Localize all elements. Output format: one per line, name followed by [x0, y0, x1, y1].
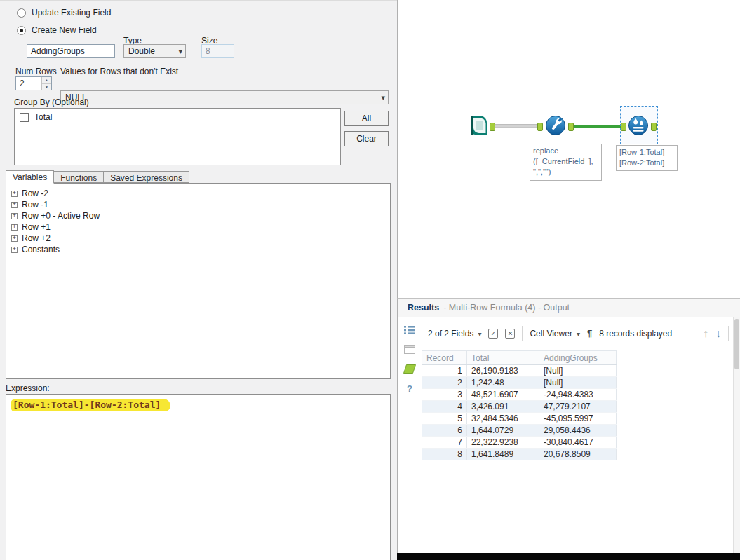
- cell-record: 6: [422, 425, 467, 437]
- tree-item-constants[interactable]: Constants: [11, 244, 385, 255]
- field-name-input[interactable]: AddingGroups: [27, 44, 115, 58]
- table-row[interactable]: 8 1,641.8489 20,678.8509: [422, 449, 617, 460]
- bottom-strip: [397, 553, 740, 560]
- annotation-line: replace: [533, 146, 598, 156]
- table-row[interactable]: 7 22,322.9238 -30,840.4617: [422, 437, 617, 449]
- scroll-bottom-icon[interactable]: [715, 327, 721, 340]
- variables-tree: Row -2 Row -1 Row +0 - Active Row Row +1…: [6, 183, 391, 379]
- tree-item-label: Row -2: [22, 189, 48, 198]
- input-anchor[interactable]: [537, 123, 543, 131]
- fields-dropdown[interactable]: 2 of 2 Fields: [428, 329, 481, 339]
- results-main: 2 of 2 Fields Cell Viewer 8 records disp…: [422, 317, 733, 553]
- clear-button[interactable]: Clear: [344, 131, 389, 146]
- num-rows-spinner[interactable]: 2: [15, 76, 52, 90]
- tab-variables-label: Variables: [13, 172, 47, 182]
- column-header-record[interactable]: Record: [422, 351, 467, 365]
- results-sidebar: [398, 317, 422, 553]
- cell-record: 1: [422, 365, 467, 377]
- output-anchor[interactable]: [651, 123, 657, 131]
- expand-plus-icon[interactable]: [11, 224, 18, 231]
- input-data-tool[interactable]: [465, 114, 489, 137]
- table-row[interactable]: 4 3,426.091 47,279.2107: [422, 401, 617, 413]
- tree-item-row-minus-1[interactable]: Row -1: [11, 199, 385, 210]
- checkbox-unchecked-icon[interactable]: [20, 113, 29, 122]
- output-anchor-icon[interactable]: [403, 364, 416, 374]
- tree-item-row-plus-2[interactable]: Row +2: [11, 233, 385, 244]
- whitespace-toggle-icon[interactable]: [587, 328, 592, 339]
- output-anchor[interactable]: [568, 123, 574, 131]
- size-input: 8: [201, 44, 234, 58]
- column-header-addinggroups[interactable]: AddingGroups: [539, 351, 617, 365]
- scroll-top-icon[interactable]: [703, 327, 708, 340]
- annotation-line: [Row-1:Total]-: [619, 147, 674, 158]
- metadata-list-icon[interactable]: [403, 325, 416, 335]
- group-by-listbox[interactable]: Total: [14, 108, 341, 165]
- layout-window-icon[interactable]: [403, 344, 416, 355]
- connection-formula-to-multirow[interactable]: [573, 125, 622, 128]
- table-row[interactable]: 2 1,242.48 [Null]: [422, 377, 617, 389]
- results-panel: Results - Multi-Row Formula (4) - Output: [397, 298, 740, 553]
- chevron-down-icon: [178, 47, 182, 55]
- results-subtitle: - Multi-Row Formula (4) - Output: [443, 303, 570, 313]
- results-scrollbar[interactable]: [733, 317, 740, 553]
- tree-item-row-plus-1[interactable]: Row +1: [11, 221, 385, 233]
- deselect-fields-icon[interactable]: [505, 329, 515, 339]
- table-row[interactable]: 5 32,484.5346 -45,095.5997: [422, 413, 617, 425]
- cell-record: 5: [422, 413, 467, 425]
- cell-addinggroups: -45,095.5997: [539, 413, 617, 425]
- formula-icon: [544, 114, 567, 137]
- expand-plus-icon[interactable]: [11, 202, 18, 208]
- all-button[interactable]: All: [344, 111, 389, 126]
- expression-helper-tabs: Variables Functions Saved Expressions: [6, 170, 189, 183]
- multirow-annotation[interactable]: [Row-1:Total]- [Row-2:Total]: [616, 145, 678, 171]
- size-value: 8: [206, 46, 210, 56]
- expand-plus-icon[interactable]: [11, 191, 18, 197]
- type-dropdown[interactable]: Double: [123, 44, 186, 58]
- tree-item-row-active[interactable]: Row +0 - Active Row: [11, 210, 385, 221]
- scrollbar-thumb[interactable]: [734, 319, 739, 369]
- formula-annotation[interactable]: replace ([_CurrentField_], ",",""): [530, 144, 602, 181]
- group-by-item-total[interactable]: Total: [15, 109, 340, 125]
- tab-variables[interactable]: Variables: [6, 170, 54, 184]
- radio-unselected-icon[interactable]: [17, 8, 26, 18]
- multi-row-formula-config-panel: Update Existing Field Create New Field T…: [0, 0, 397, 560]
- radio-selected-icon[interactable]: [17, 26, 26, 35]
- type-value: Double: [128, 46, 155, 56]
- spinner-up-icon[interactable]: [42, 77, 51, 84]
- table-row[interactable]: 6 1,644.0729 29,058.4436: [422, 425, 617, 437]
- num-rows-label: Num Rows: [15, 67, 57, 76]
- create-new-field-option[interactable]: Create New Field: [17, 25, 97, 35]
- update-existing-field-option[interactable]: Update Existing Field: [17, 8, 111, 18]
- expand-plus-icon[interactable]: [11, 247, 18, 253]
- expand-plus-icon[interactable]: [11, 235, 18, 242]
- expand-plus-icon[interactable]: [11, 213, 18, 219]
- multi-row-formula-icon: [626, 114, 650, 137]
- field-name-value: AddingGroups: [31, 46, 85, 56]
- column-header-total[interactable]: Total: [467, 351, 539, 365]
- expression-text-highlighted: [Row-1:Total]-[Row-2:Total]: [11, 399, 170, 411]
- cell-addinggroups: 29,058.4436: [539, 425, 617, 437]
- tab-functions[interactable]: Functions: [54, 171, 104, 183]
- input-anchor[interactable]: [621, 123, 626, 131]
- results-toolbar: 2 of 2 Fields Cell Viewer 8 records disp…: [422, 317, 733, 349]
- workflow-canvas[interactable]: replace ([_CurrentField_], ",","") [Row-…: [397, 0, 740, 298]
- table-row[interactable]: 1 26,190.9183 [Null]: [422, 365, 617, 377]
- multi-row-formula-tool[interactable]: [626, 114, 650, 137]
- tab-saved-expressions[interactable]: Saved Expressions: [104, 171, 189, 183]
- values-for-rows-dropdown[interactable]: NULL: [60, 90, 389, 104]
- group-by-item-label: Total: [34, 112, 52, 122]
- spinner-down-icon[interactable]: [42, 84, 51, 90]
- cell-total: 1,242.48: [467, 377, 539, 389]
- cell-viewer-dropdown[interactable]: Cell Viewer: [530, 329, 580, 339]
- formula-tool[interactable]: [544, 114, 567, 137]
- annotation-line: ([_CurrentField_],: [533, 156, 598, 167]
- table-row[interactable]: 3 48,521.6907 -24,948.4383: [422, 389, 617, 401]
- help-icon[interactable]: [403, 383, 416, 394]
- tree-item-row-minus-2[interactable]: Row -2: [11, 188, 385, 199]
- output-anchor[interactable]: [490, 123, 495, 131]
- expression-editor[interactable]: [Row-1:Total]-[Row-2:Total]: [6, 394, 391, 560]
- select-fields-icon[interactable]: [488, 329, 498, 339]
- connection-input-to-formula[interactable]: [495, 124, 539, 128]
- chevron-down-icon: [478, 329, 481, 339]
- records-displayed-text: 8 records displayed: [599, 329, 672, 339]
